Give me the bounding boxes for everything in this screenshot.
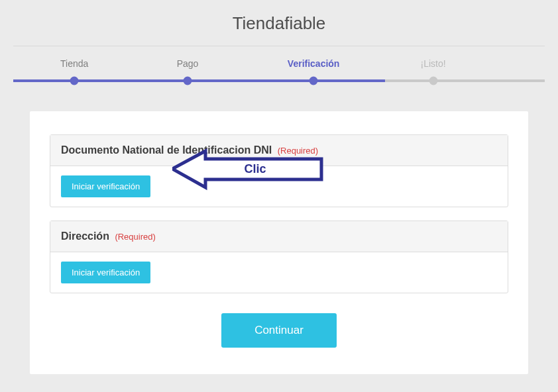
panel-direccion-title: Dirección <box>61 230 109 242</box>
panel-direccion-body: Iniciar verificación <box>50 252 508 293</box>
header-divider <box>13 46 545 46</box>
panel-direccion-header: Dirección (Required) <box>50 221 508 252</box>
stepper-dot-2 <box>184 77 192 85</box>
verify-direccion-button[interactable]: Iniciar verificación <box>61 262 150 283</box>
panel-dni-body: Iniciar verificación <box>50 166 508 207</box>
panel-dni-required: (Required) <box>278 146 318 156</box>
continue-wrap: Continuar <box>50 313 508 348</box>
panel-dni: Documento National de Identificacion DNI… <box>50 134 508 207</box>
stepper-dot-1 <box>70 77 79 85</box>
stepper-dot-3 <box>309 77 318 85</box>
stepper-dot-4 <box>429 77 437 85</box>
page-title: Tiendafiable <box>0 13 558 34</box>
panel-dni-title: Documento National de Identificacion DNI <box>61 144 272 156</box>
continue-button[interactable]: Continuar <box>221 313 337 348</box>
stepper-label-listo: ¡Listo! <box>421 58 446 69</box>
page-header: Tiendafiable <box>0 0 558 46</box>
stepper-label-tienda: Tienda <box>60 58 88 69</box>
progress-stepper: Tienda Pago Verificación ¡Listo! <box>13 58 545 91</box>
stepper-track <box>13 79 545 82</box>
stepper-label-pago: Pago <box>177 58 199 69</box>
panel-dni-header: Documento National de Identificacion DNI… <box>50 135 508 166</box>
panel-direccion-required: (Required) <box>115 232 155 242</box>
verify-dni-button[interactable]: Iniciar verificación <box>61 175 150 197</box>
stepper-fill <box>13 79 385 82</box>
content-card: Documento National de Identificacion DNI… <box>30 111 528 374</box>
panel-direccion: Dirección (Required) Iniciar verificació… <box>50 220 508 293</box>
stepper-label-verificacion: Verificación <box>288 58 340 69</box>
